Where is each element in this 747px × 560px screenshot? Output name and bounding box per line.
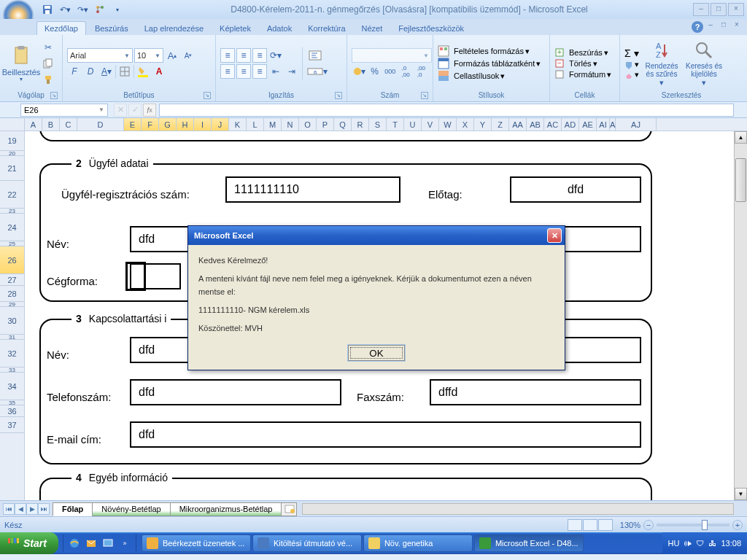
row-header[interactable]: 31: [0, 335, 24, 340]
increase-indent-icon[interactable]: ⇥: [285, 64, 299, 79]
column-header[interactable]: W: [439, 118, 457, 131]
underline-icon[interactable]: A▾: [99, 64, 114, 79]
autosum-button[interactable]: Σ ▾: [624, 47, 639, 59]
prefix-field[interactable]: dfd: [510, 176, 641, 203]
row-header[interactable]: 27: [0, 274, 24, 286]
language-indicator[interactable]: HU: [668, 539, 680, 548]
tab-pagelayout[interactable]: Lap elrendezése: [137, 22, 211, 35]
wrap-text-icon[interactable]: [306, 48, 325, 63]
sheet-tab-main[interactable]: Főlap: [53, 502, 93, 516]
row-header[interactable]: 23: [0, 209, 24, 214]
tray-icon[interactable]: 🖧: [708, 539, 716, 548]
insert-cells-button[interactable]: +Beszúrás ▾: [554, 47, 611, 58]
cell-styles-button[interactable]: Cellastílusok ▾: [438, 70, 541, 82]
fax-field[interactable]: dffd: [430, 379, 641, 405]
new-sheet-button[interactable]: [281, 502, 297, 516]
sheet-tab-micro[interactable]: Mikroorganizmus-Betétlap: [170, 502, 282, 516]
worksheet-grid[interactable]: 2Ügyfél adatai Ügyfél-regisztrációs szám…: [25, 131, 734, 500]
row-header[interactable]: 20: [0, 151, 24, 156]
ql-ie-icon[interactable]: [66, 534, 82, 552]
accounting-format-icon[interactable]: ▾: [352, 64, 366, 79]
column-header[interactable]: A: [25, 118, 42, 131]
undo-icon[interactable]: ↶▾: [57, 1, 73, 18]
column-header[interactable]: X: [457, 118, 474, 131]
column-header[interactable]: L: [247, 118, 264, 131]
column-header[interactable]: P: [317, 118, 334, 131]
orientation-icon[interactable]: ⟳▾: [268, 48, 283, 63]
borders-icon[interactable]: [117, 64, 132, 79]
tray-icon[interactable]: 🕪: [684, 539, 692, 548]
name3-field[interactable]: dfd: [130, 337, 641, 363]
tel-field[interactable]: dfd: [130, 379, 341, 405]
number-dialog-launcher[interactable]: ↘: [421, 92, 428, 99]
column-header[interactable]: Z: [492, 118, 509, 131]
decrease-decimal-icon[interactable]: ,00,0: [414, 64, 428, 79]
tab-nav-next[interactable]: ▶: [26, 503, 38, 515]
row-header[interactable]: 22: [0, 181, 24, 209]
font-dialog-launcher[interactable]: ↘: [204, 92, 211, 99]
fill-color-icon[interactable]: [136, 64, 150, 79]
copy-icon[interactable]: [41, 56, 55, 71]
format-cells-button[interactable]: Formátum ▾: [554, 69, 611, 79]
clear-button[interactable]: ▾: [624, 70, 639, 79]
column-header[interactable]: C: [60, 118, 77, 131]
help-icon[interactable]: ?: [692, 21, 703, 33]
column-header[interactable]: E: [124, 118, 142, 131]
column-header[interactable]: G: [159, 118, 177, 131]
comma-style-icon[interactable]: 000: [383, 64, 397, 79]
email-field[interactable]: dfd: [130, 421, 641, 448]
save-icon[interactable]: [39, 1, 55, 18]
tab-data[interactable]: Adatok: [260, 22, 299, 35]
font-color-icon[interactable]: A: [152, 64, 166, 79]
close-button[interactable]: ×: [728, 3, 744, 16]
row-header[interactable]: 21: [0, 156, 24, 181]
name-box[interactable]: E26▼: [20, 104, 108, 117]
row-header[interactable]: 26: [0, 246, 24, 274]
column-header[interactable]: I: [194, 118, 212, 131]
workbook-minimize-button[interactable]: –: [705, 20, 716, 31]
cancel-formula-icon[interactable]: ✕: [114, 104, 127, 117]
column-header[interactable]: AC: [544, 118, 562, 131]
paste-button[interactable]: Beillesztés▼: [4, 39, 38, 88]
italic-icon[interactable]: D: [83, 64, 98, 79]
column-header[interactable]: AD: [562, 118, 579, 131]
formula-bar[interactable]: [159, 104, 734, 117]
row-header[interactable]: 25: [0, 241, 24, 246]
column-header[interactable]: D: [77, 118, 124, 131]
percent-icon[interactable]: %: [368, 64, 382, 79]
tab-review[interactable]: Korrektúra: [301, 22, 352, 35]
font-size-combo[interactable]: 10▼: [134, 48, 163, 63]
row-header[interactable]: 35: [0, 400, 24, 405]
align-center-icon[interactable]: ≡: [236, 64, 251, 79]
tab-nav-prev[interactable]: ◀: [15, 503, 26, 515]
column-header[interactable]: O: [299, 118, 317, 131]
clipboard-dialog-launcher[interactable]: ↘: [50, 92, 58, 99]
row-header[interactable]: 36: [0, 405, 24, 417]
column-header[interactable]: Y: [474, 118, 492, 131]
tab-nav-first[interactable]: ⏮: [3, 503, 15, 515]
ql-more-icon[interactable]: »: [117, 534, 133, 552]
reg-field[interactable]: 1111111110: [225, 176, 400, 203]
row-header[interactable]: 29: [0, 302, 24, 307]
column-header[interactable]: AB: [527, 118, 544, 131]
workbook-restore-button[interactable]: □: [718, 20, 729, 31]
column-header[interactable]: K: [229, 118, 247, 131]
font-name-combo[interactable]: Arial▼: [67, 48, 133, 63]
row-header[interactable]: 28: [0, 286, 24, 302]
row-header[interactable]: 19: [0, 131, 24, 151]
workbook-close-button[interactable]: ×: [731, 20, 743, 31]
decrease-indent-icon[interactable]: ⇤: [268, 64, 283, 79]
delete-cells-button[interactable]: −Törlés ▾: [554, 58, 611, 69]
column-header[interactable]: A: [610, 118, 616, 131]
zoom-out-button[interactable]: −: [643, 520, 654, 530]
minimize-button[interactable]: –: [693, 3, 709, 16]
column-header[interactable]: S: [369, 118, 387, 131]
row-header[interactable]: 32: [0, 340, 24, 368]
horizontal-scrollbar[interactable]: [302, 503, 734, 515]
scroll-thumb[interactable]: [735, 158, 746, 202]
taskbar-task[interactable]: Növ. genetika: [363, 534, 473, 552]
taskbar-task[interactable]: Kitöltési útmutató vé...: [252, 534, 362, 552]
row-header[interactable]: 37: [0, 417, 24, 433]
tab-insert[interactable]: Beszúrás: [88, 22, 136, 35]
sort-filter-button[interactable]: AZ Rendezés és szűrés▾: [642, 39, 681, 88]
